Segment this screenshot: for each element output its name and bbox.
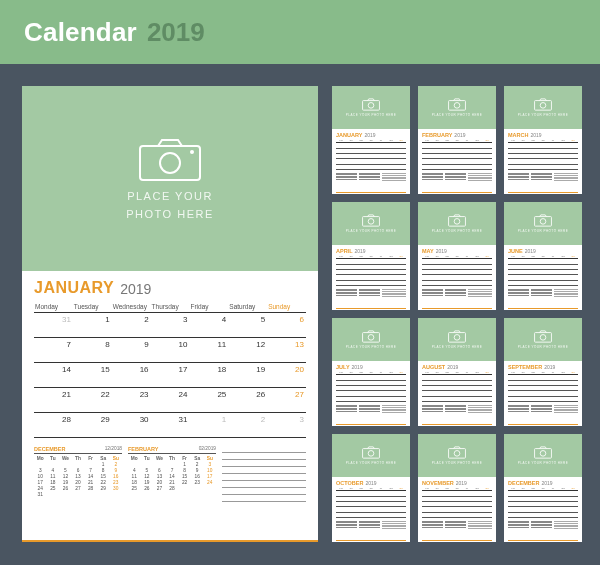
day-cell: 26	[228, 388, 267, 412]
svg-rect-11	[449, 217, 466, 227]
footer-accent	[22, 540, 318, 542]
svg-point-24	[454, 451, 460, 457]
svg-rect-3	[363, 101, 380, 111]
day-cell: 10	[151, 338, 190, 362]
day-cell: 23	[112, 388, 151, 412]
thumbnail-month: PLACE YOUR PHOTO HEREMARCH2019MoTuWeThFr…	[504, 86, 582, 194]
weekday-cell: Wednesday	[112, 301, 151, 312]
svg-point-26	[540, 451, 546, 457]
svg-point-16	[368, 335, 374, 341]
thumbnail-month: PLACE YOUR PHOTO HEREFEBRUARY2019MoTuWeT…	[418, 86, 496, 194]
svg-point-2	[190, 150, 194, 154]
day-cell: 2	[112, 313, 151, 337]
day-cell: 22	[73, 388, 112, 412]
notes-area	[222, 446, 306, 530]
weekday-cell: Monday	[34, 301, 73, 312]
mini-calendar-next: FEBRUARY02/2019MoTuWeThFrSaSu12345678910…	[128, 446, 216, 530]
svg-point-6	[454, 103, 460, 109]
day-cell: 13	[267, 338, 306, 362]
thumbnail-month: PLACE YOUR PHOTO HEREAPRIL2019MoTuWeThFr…	[332, 202, 410, 310]
svg-point-20	[540, 335, 546, 341]
day-cell: 20	[267, 363, 306, 387]
svg-rect-5	[449, 101, 466, 111]
day-cell: 11	[189, 338, 228, 362]
calendar-page-large: PLACE YOUR PHOTO HERE JANUARY 2019 Monda…	[22, 86, 318, 542]
thumbnail-month: PLACE YOUR PHOTO HEREJULY2019MoTuWeThFrS…	[332, 318, 410, 426]
svg-rect-21	[363, 449, 380, 459]
svg-rect-9	[363, 217, 380, 227]
day-cell: 3	[151, 313, 190, 337]
calendar-grid: 3112345678910111213141516171819202122232…	[34, 313, 306, 438]
thumbnail-month: PLACE YOUR PHOTO HEREDECEMBER2019MoTuWeT…	[504, 434, 582, 542]
svg-rect-19	[535, 333, 552, 343]
weekday-cell: Thursday	[151, 301, 190, 312]
weekday-header: MondayTuesdayWednesdayThursdayFridaySatu…	[34, 301, 306, 313]
svg-point-14	[540, 219, 546, 225]
svg-rect-17	[449, 333, 466, 343]
thumbnail-month: PLACE YOUR PHOTO HEREMAY2019MoTuWeThFrSa…	[418, 202, 496, 310]
camera-icon	[138, 138, 202, 184]
thumbnail-month: PLACE YOUR PHOTO HEREAUGUST2019MoTuWeThF…	[418, 318, 496, 426]
day-cell: 30	[112, 413, 151, 437]
month-name: JANUARY	[34, 279, 114, 297]
day-cell: 9	[112, 338, 151, 362]
thumbnail-month: PLACE YOUR PHOTO HEREOCTOBER2019MoTuWeTh…	[332, 434, 410, 542]
day-cell: 12	[228, 338, 267, 362]
photo-placeholder: PLACE YOUR PHOTO HERE	[22, 86, 318, 271]
thumbnail-month: PLACE YOUR PHOTO HERESEPTEMBER2019MoTuWe…	[504, 318, 582, 426]
month-year: 2019	[120, 281, 151, 297]
day-cell: 14	[34, 363, 73, 387]
stage: PLACE YOUR PHOTO HERE JANUARY 2019 Monda…	[0, 64, 600, 565]
day-cell: 28	[34, 413, 73, 437]
day-cell: 18	[189, 363, 228, 387]
photo-text-2: PHOTO HERE	[126, 208, 214, 220]
svg-point-4	[368, 103, 374, 109]
weekday-cell: Saturday	[228, 301, 267, 312]
thumbnail-month: PLACE YOUR PHOTO HEREJUNE2019MoTuWeThFrS…	[504, 202, 582, 310]
day-cell: 21	[34, 388, 73, 412]
weekday-cell: Sunday	[267, 301, 306, 312]
svg-point-10	[368, 219, 374, 225]
banner-year: 2019	[147, 17, 205, 48]
weekday-cell: Tuesday	[73, 301, 112, 312]
day-cell: 1	[189, 413, 228, 437]
title-banner: Calendar 2019	[0, 0, 600, 64]
month-heading: JANUARY 2019	[34, 279, 306, 297]
svg-point-18	[454, 335, 460, 341]
thumbnail-month: PLACE YOUR PHOTO HERENOVEMBER2019MoTuWeT…	[418, 434, 496, 542]
thumbnail-grid: PLACE YOUR PHOTO HEREJANUARY2019MoTuWeTh…	[332, 86, 582, 542]
svg-rect-7	[535, 101, 552, 111]
svg-rect-23	[449, 449, 466, 459]
svg-rect-25	[535, 449, 552, 459]
day-cell: 8	[73, 338, 112, 362]
day-cell: 4	[189, 313, 228, 337]
day-cell: 31	[151, 413, 190, 437]
banner-word: Calendar	[24, 17, 137, 48]
day-cell: 24	[151, 388, 190, 412]
day-cell: 7	[34, 338, 73, 362]
svg-point-12	[454, 219, 460, 225]
mini-calendar-prev: DECEMBER12/2018MoTuWeThFrSaSu12345678910…	[34, 446, 122, 530]
svg-point-22	[368, 451, 374, 457]
day-cell: 1	[73, 313, 112, 337]
svg-rect-15	[363, 333, 380, 343]
day-cell: 6	[267, 313, 306, 337]
svg-point-1	[160, 153, 180, 173]
thumbnail-month: PLACE YOUR PHOTO HEREJANUARY2019MoTuWeTh…	[332, 86, 410, 194]
weekday-cell: Friday	[189, 301, 228, 312]
day-cell: 31	[34, 313, 73, 337]
day-cell: 16	[112, 363, 151, 387]
svg-rect-13	[535, 217, 552, 227]
day-cell: 3	[267, 413, 306, 437]
day-cell: 29	[73, 413, 112, 437]
svg-point-8	[540, 103, 546, 109]
photo-text-1: PLACE YOUR	[127, 190, 213, 202]
day-cell: 25	[189, 388, 228, 412]
day-cell: 17	[151, 363, 190, 387]
day-cell: 15	[73, 363, 112, 387]
day-cell: 27	[267, 388, 306, 412]
day-cell: 5	[228, 313, 267, 337]
day-cell: 2	[228, 413, 267, 437]
day-cell: 19	[228, 363, 267, 387]
